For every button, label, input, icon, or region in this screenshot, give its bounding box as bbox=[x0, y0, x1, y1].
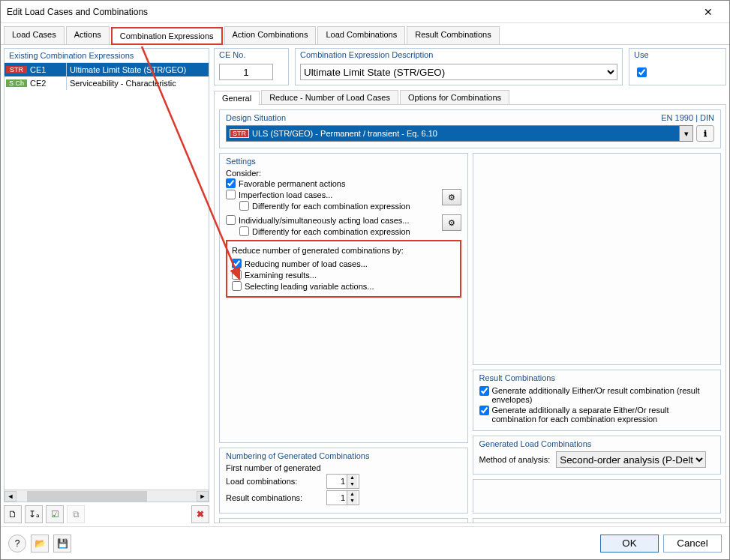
right-action-group: ⚙ bbox=[473, 518, 722, 523]
copy-button[interactable]: ⧉ bbox=[67, 505, 85, 523]
scroll-right-icon[interactable]: ► bbox=[197, 491, 209, 502]
dialog-window: Edit Load Cases and Combinations ✕ Load … bbox=[0, 0, 730, 560]
ds-label: Design Situation bbox=[226, 113, 286, 122]
ce-desc: Serviceability - Characteristic bbox=[67, 79, 209, 88]
reduce-header: Reduce number of generated combinations … bbox=[232, 246, 455, 255]
use-label: Use bbox=[629, 49, 725, 61]
chk-imperfection[interactable] bbox=[226, 190, 236, 199]
result-comb-spinner[interactable]: ▲▼ bbox=[326, 490, 359, 505]
check-all-button[interactable]: ☑ bbox=[46, 505, 64, 523]
close-button[interactable]: ✕ bbox=[693, 1, 723, 22]
reduce-highlight-box: Reduce number of generated combinations … bbox=[226, 240, 461, 298]
left-toolbar: 🗋 ↧ₐ ☑ ⧉ ✖ bbox=[4, 502, 209, 523]
sub-body: Design Situation EN 1990 | DIN STR ULS (… bbox=[214, 104, 726, 523]
horizontal-scrollbar[interactable]: ◄ ► bbox=[5, 490, 209, 502]
first-number-label: First number of generated bbox=[226, 463, 461, 472]
ce-list[interactable]: STR CE1 Ultimate Limit State (STR/GEO) S… bbox=[5, 63, 209, 490]
chk-individually[interactable] bbox=[226, 215, 236, 225]
titlebar: Edit Load Cases and Combinations ✕ bbox=[1, 1, 729, 23]
tab-actions[interactable]: Actions bbox=[66, 26, 110, 44]
ce-no-label: CE No. bbox=[215, 49, 288, 61]
type-badge: STR bbox=[6, 66, 27, 73]
chk-reduce-loadcases-label: Reducing number of load cases... bbox=[245, 259, 368, 268]
ce-desc-label: Combination Expression Description bbox=[296, 49, 622, 61]
chk-favorable-label: Favorable permanent actions bbox=[239, 179, 345, 188]
settings-header: Settings bbox=[226, 157, 256, 166]
spin-down-icon[interactable]: ▼ bbox=[347, 498, 357, 505]
chk-individually-label: Individually/simultaneously acting load … bbox=[239, 216, 409, 225]
ce-code: CE2 bbox=[29, 79, 66, 88]
tab-load-combinations[interactable]: Load Combinations bbox=[317, 26, 405, 44]
subtab-general[interactable]: General bbox=[214, 91, 260, 105]
comment-label: Comment bbox=[226, 522, 262, 523]
empty-group-top bbox=[473, 153, 722, 365]
chk-rc-eitheror[interactable] bbox=[479, 386, 489, 396]
result-combinations-group: Result Combinations Generate additionall… bbox=[473, 370, 722, 431]
rc-header: Result Combinations bbox=[479, 373, 556, 382]
chk-reduce-loadcases[interactable] bbox=[232, 259, 242, 268]
tab-action-combinations[interactable]: Action Combinations bbox=[224, 26, 317, 44]
window-title: Edit Load Cases and Combinations bbox=[7, 7, 693, 17]
chk-rc-separate[interactable] bbox=[479, 406, 489, 415]
new-button[interactable]: 🗋 bbox=[4, 505, 22, 523]
sort-button[interactable]: ↧ₐ bbox=[25, 505, 43, 523]
list-item[interactable]: STR CE1 Ultimate Limit State (STR/GEO) bbox=[5, 63, 209, 76]
folder-button[interactable]: 📂 bbox=[31, 535, 49, 553]
ok-button[interactable]: OK bbox=[600, 535, 659, 553]
result-comb-label: Result combinations: bbox=[226, 493, 323, 502]
spin-up-icon[interactable]: ▲ bbox=[347, 491, 357, 498]
tab-result-combinations[interactable]: Result Combinations bbox=[407, 26, 500, 44]
spin-up-icon[interactable]: ▲ bbox=[347, 475, 357, 481]
load-comb-label: Load combinations: bbox=[226, 477, 323, 486]
scroll-left-icon[interactable]: ◄ bbox=[5, 491, 17, 502]
tab-load-cases[interactable]: Load Cases bbox=[4, 26, 65, 44]
type-badge: STR bbox=[230, 129, 249, 138]
chk-select-leading[interactable] bbox=[232, 281, 242, 291]
use-checkbox[interactable] bbox=[637, 67, 647, 77]
chk-ind-diff[interactable] bbox=[239, 226, 249, 236]
glc-group: Generated Load Combinations Method of an… bbox=[473, 436, 722, 475]
ds-text: ULS (STR/GEO) - Permanent / transient - … bbox=[252, 129, 679, 138]
cancel-button[interactable]: Cancel bbox=[663, 535, 722, 553]
settings-group: Settings Consider: Favorable permanent a… bbox=[219, 153, 468, 443]
method-select[interactable]: Second-order analysis (P-Delta) bbox=[556, 451, 706, 468]
right-pane: CE No. Combination Expression Descriptio… bbox=[214, 48, 726, 523]
design-situation-select[interactable]: STR ULS (STR/GEO) - Permanent / transien… bbox=[226, 125, 693, 142]
body: Existing Combination Expressions STR CE1… bbox=[1, 44, 729, 526]
result-comb-input[interactable] bbox=[327, 493, 347, 503]
tab-combination-expressions[interactable]: Combination Expressions bbox=[111, 27, 223, 45]
left-pane: Existing Combination Expressions STR CE1… bbox=[4, 48, 209, 502]
type-badge: S Ch bbox=[6, 79, 27, 87]
ce-desc: Ultimate Limit State (STR/GEO) bbox=[67, 65, 209, 74]
consider-label: Consider: bbox=[226, 169, 461, 178]
chk-imperfection-label: Imperfection load cases... bbox=[239, 190, 332, 199]
method-label: Method of analysis: bbox=[479, 455, 551, 464]
ce-desc-select[interactable]: Ultimate Limit State (STR/GEO) bbox=[300, 64, 617, 80]
sub-tabs: General Reduce - Number of Load Cases Op… bbox=[214, 90, 726, 104]
info-button[interactable]: ℹ bbox=[696, 125, 714, 142]
help-button[interactable]: ? bbox=[8, 535, 26, 553]
list-item[interactable]: S Ch CE2 Serviceability - Characteristic bbox=[5, 76, 209, 90]
comment-group: Comment 🗐 bbox=[219, 518, 468, 523]
chk-favorable[interactable] bbox=[226, 178, 236, 188]
subtab-options[interactable]: Options for Combinations bbox=[400, 90, 509, 104]
glc-header: Generated Load Combinations bbox=[479, 439, 592, 448]
config-individually-button[interactable]: ⚙ bbox=[442, 214, 461, 231]
ce-no-box: CE No. bbox=[214, 48, 289, 85]
ce-desc-box: Combination Expression Description Ultim… bbox=[295, 48, 623, 85]
config-imperfection-button[interactable]: ⚙ bbox=[442, 189, 461, 205]
subtab-reduce[interactable]: Reduce - Number of Load Cases bbox=[261, 90, 398, 104]
chk-imp-diff[interactable] bbox=[239, 201, 249, 211]
main-tabs: Load Cases Actions Combination Expressio… bbox=[1, 23, 729, 44]
chk-select-leading-label: Selecting leading variable actions... bbox=[245, 282, 374, 291]
ce-no-input[interactable] bbox=[219, 64, 273, 80]
save-button[interactable]: 💾 bbox=[53, 535, 71, 553]
chk-examine-results[interactable] bbox=[232, 270, 242, 280]
load-comb-spinner[interactable]: ▲▼ bbox=[326, 474, 359, 489]
numbering-header: Numbering of Generated Combinations bbox=[226, 451, 369, 460]
delete-button[interactable]: ✖ bbox=[191, 505, 209, 523]
ce-code: CE1 bbox=[29, 65, 66, 74]
load-comb-input[interactable] bbox=[327, 476, 347, 487]
chevron-down-icon[interactable]: ▾ bbox=[679, 126, 692, 141]
spin-down-icon[interactable]: ▼ bbox=[347, 481, 357, 488]
